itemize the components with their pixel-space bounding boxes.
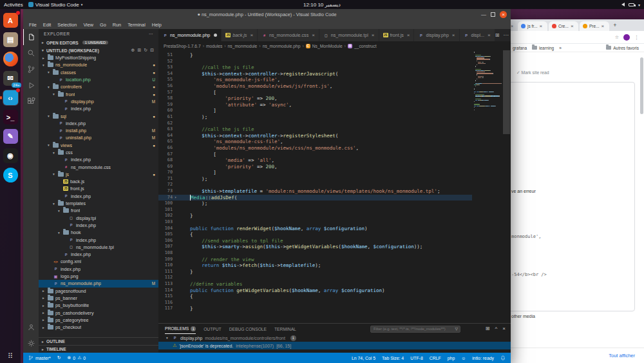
code-line[interactable]: 110 return $this->fetch($this->templatef… [158,262,472,269]
tree-item-config.xml[interactable]: <>config.xml [39,258,158,265]
code-line[interactable]: 71 ); [158,176,472,182]
collapse-all-icon[interactable]: ⊟ [150,48,154,53]
tab-displ...[interactable]: Pdispl...× [460,29,495,41]
git-branch-item[interactable]: master* [28,355,51,360]
source-control-icon[interactable] [23,61,39,77]
code-line[interactable]: 65 'ns_monmodule-css-file', [158,139,472,145]
problem-item[interactable]: ⚠ 'jsonEncode' is deprecated. intelephen… [158,342,511,349]
menu-view[interactable]: View [80,22,97,28]
dock-vscode[interactable]: ‹› [3,90,19,106]
code-line[interactable]: 72 [158,182,472,188]
code-line[interactable]: 66 'modules/ns_monmodule/views/css/ns_mo… [158,145,472,152]
tree-item-controllers[interactable]: ▾controllers● [39,83,158,90]
dock-terminal[interactable]: >_ [3,109,19,125]
maximize-button[interactable] [491,12,495,17]
tree-item-pagesnotfound[interactable]: ▸pagesnotfound [39,288,158,295]
code-line[interactable]: 70 ] [158,170,472,176]
code-line[interactable]: 64 $this->context->controller->registerS… [158,133,472,139]
code-line[interactable]: 116 [158,300,472,306]
feedback-smiley-icon[interactable]: ☺ [461,356,466,360]
volume-icon[interactable] [621,2,625,8]
code-line[interactable]: 113 //define variables [158,281,472,288]
tree-item-sql[interactable]: ▾sql● [39,112,158,119]
other-bookmarks[interactable]: Autres favoris [606,46,639,50]
bookmark-learning[interactable]: learning [532,46,554,50]
menu-run[interactable]: Run [109,22,124,28]
breadcrumb-item[interactable]: ns_monmodule [228,44,258,48]
problems-summary[interactable]: ⊗0 ⚠0 [68,355,86,360]
notifications-bell-icon[interactable] [500,355,506,360]
extensions-icon[interactable] [23,93,39,110]
browser-tab[interactable]: js fr...× [518,21,547,31]
profile-avatar[interactable] [623,34,630,41]
browser-tab[interactable]: Cre...× [549,21,578,31]
code-line[interactable]: 106 //send variables to tpl file [158,238,472,244]
tree-item-back.js[interactable]: JSback.js [39,178,158,185]
browser-menu-icon[interactable]: ⋮ [634,35,639,40]
code-line[interactable]: 53 //call the js file [158,64,472,71]
code-line[interactable]: 111 } [158,269,472,275]
close-button[interactable]: × [500,11,507,18]
code-line[interactable]: 69 'priority' => 200, [158,164,472,170]
activities-button[interactable]: Activités [4,2,23,8]
code-line[interactable]: 107 $this->smarty->assign($this->getWidg… [158,244,472,250]
code-line[interactable]: 112 [158,275,472,281]
panel-tab-debug-console[interactable]: DEBUG CONSOLE [229,324,267,334]
panel-close-icon[interactable]: × [502,326,506,331]
tab-display.php[interactable]: Pdisplay.php× [414,29,459,41]
more-actions-icon[interactable]: ⋯ [503,32,508,38]
refresh-icon[interactable]: ↻ [144,48,147,53]
tree-item-logo.png[interactable]: ▣logo.png [39,273,158,280]
dock-text-editor[interactable]: ✎ [3,128,19,144]
code-line[interactable]: 54 $this->context->controller->registerJ… [158,71,472,77]
code-line[interactable]: 114 public function getWidgetVariables($… [158,288,472,294]
mark-site-read[interactable]: ✓ Mark site read [516,70,549,75]
tree-item-index.php[interactable]: Pindex.php [39,222,158,229]
tree-item-location.php[interactable]: Plocation.phpU [39,76,158,83]
tree-item-css[interactable]: ▾css [39,149,158,156]
browser-tab[interactable]: Pre...× [580,21,609,31]
workspace-section[interactable]: ▾ UNTITLED (WORKSPACE) ⊕ ⊞ ↻ ⊟ [39,46,158,54]
app-menu[interactable]: Visual Studio Code ▾ [28,2,82,8]
tree-item-install.php[interactable]: Pinstall.phpM [39,127,158,134]
panel-tab-output[interactable]: OUTPUT [204,324,222,334]
dock-dark-app[interactable]: ◉ [3,148,19,164]
title-bar[interactable]: ● ns_monmodule.php - Untitled (Workspace… [23,9,511,20]
menu-go[interactable]: Go [97,22,109,28]
tree-item-ps_cashondelivery[interactable]: ▸ps_cashondelivery [39,309,158,316]
tree-item-index.php[interactable]: Pindex.php [39,251,158,258]
code-line[interactable]: 100 ); [158,201,472,207]
code-line[interactable]: 51 } [158,52,472,59]
new-folder-icon[interactable]: ⊞ [137,48,141,53]
code-line[interactable]: 55 'ns_monmodule-js-file', [158,77,472,83]
tab-ns_monmodule.tpl[interactable]: ◻ns_monmodule.tpl× [319,29,379,41]
panel-tab-problems[interactable]: PROBLEMS1 [165,324,196,334]
tree-item-uninstall.php[interactable]: Puninstall.phpM [39,134,158,141]
tree-item-display.tpl[interactable]: ◻display.tpl [39,215,158,222]
close-icon[interactable]: × [452,32,455,38]
code-line[interactable]: 59 'attribute' => 'async', [158,102,472,108]
settings-gear-icon[interactable] [23,335,39,351]
tree-item-js[interactable]: ▾js● [39,171,158,178]
code-line[interactable]: 67 [ [158,152,472,158]
panel-view-icon[interactable]: ⊞ [486,326,490,331]
close-icon[interactable]: × [407,32,410,38]
tree-item-ns_monmodule[interactable]: ▾ns_monmodule● [39,61,158,68]
dock-files[interactable]: ▤ [3,32,19,48]
close-icon[interactable]: × [488,32,491,38]
close-icon[interactable]: × [571,23,574,29]
dock-mail[interactable]: ✉24+ [3,70,19,86]
editor-scrollbar[interactable] [502,50,511,323]
code-line[interactable]: 60 ] [158,108,472,114]
clock[interactable]: ديسمبر 10 12:10 [0,2,644,8]
new-file-icon[interactable]: ⊕ [131,48,135,53]
bookmark-star-icon[interactable]: ☆ [615,35,619,40]
close-icon[interactable]: × [250,32,253,38]
code-line[interactable]: 52 [158,59,472,65]
close-icon[interactable]: × [312,32,315,38]
code-line[interactable]: 63 //call the js file [158,126,472,133]
code-line[interactable]: 73 $this->templatefile = 'module:ns_monm… [158,188,472,195]
tree-item-classes[interactable]: ▾classes● [39,69,158,76]
battery-icon[interactable] [629,2,634,8]
menu-terminal[interactable]: Terminal [124,22,149,28]
